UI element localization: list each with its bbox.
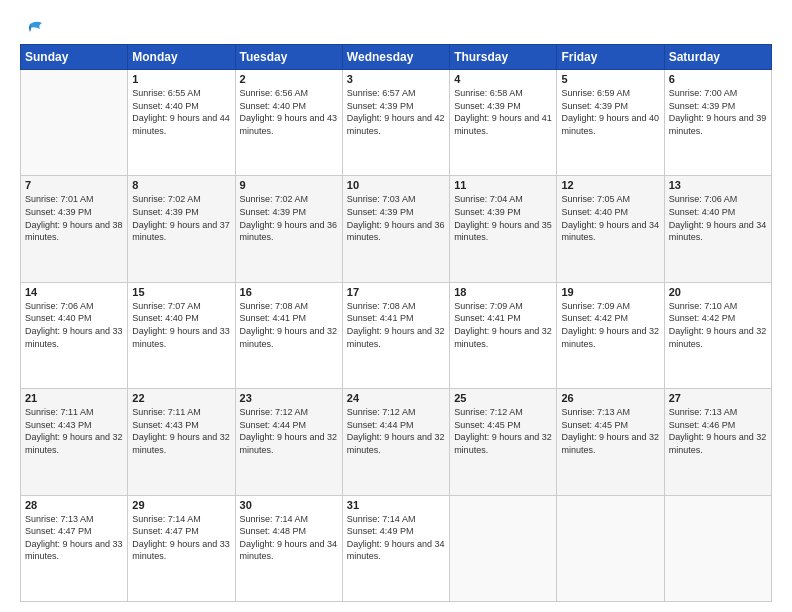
day-number: 8 [132, 179, 230, 191]
calendar-week-row: 1 Sunrise: 6:55 AMSunset: 4:40 PMDayligh… [21, 70, 772, 176]
table-row [557, 495, 664, 601]
day-number: 7 [25, 179, 123, 191]
day-number: 15 [132, 286, 230, 298]
day-number: 16 [240, 286, 338, 298]
table-row: 2 Sunrise: 6:56 AMSunset: 4:40 PMDayligh… [235, 70, 342, 176]
day-number: 22 [132, 392, 230, 404]
day-info: Sunrise: 6:56 AMSunset: 4:40 PMDaylight:… [240, 87, 338, 137]
day-info: Sunrise: 7:07 AMSunset: 4:40 PMDaylight:… [132, 300, 230, 350]
day-info: Sunrise: 7:00 AMSunset: 4:39 PMDaylight:… [669, 87, 767, 137]
col-thursday: Thursday [450, 45, 557, 70]
calendar-header-row: Sunday Monday Tuesday Wednesday Thursday… [21, 45, 772, 70]
day-info: Sunrise: 7:05 AMSunset: 4:40 PMDaylight:… [561, 193, 659, 243]
calendar-week-row: 7 Sunrise: 7:01 AMSunset: 4:39 PMDayligh… [21, 176, 772, 282]
day-number: 17 [347, 286, 445, 298]
day-info: Sunrise: 7:12 AMSunset: 4:45 PMDaylight:… [454, 406, 552, 456]
col-tuesday: Tuesday [235, 45, 342, 70]
header [20, 18, 772, 36]
day-number: 23 [240, 392, 338, 404]
table-row: 25 Sunrise: 7:12 AMSunset: 4:45 PMDaylig… [450, 389, 557, 495]
day-info: Sunrise: 7:12 AMSunset: 4:44 PMDaylight:… [240, 406, 338, 456]
day-number: 10 [347, 179, 445, 191]
table-row: 8 Sunrise: 7:02 AMSunset: 4:39 PMDayligh… [128, 176, 235, 282]
day-number: 20 [669, 286, 767, 298]
day-info: Sunrise: 7:13 AMSunset: 4:45 PMDaylight:… [561, 406, 659, 456]
day-number: 29 [132, 499, 230, 511]
day-number: 1 [132, 73, 230, 85]
day-number: 6 [669, 73, 767, 85]
day-info: Sunrise: 7:10 AMSunset: 4:42 PMDaylight:… [669, 300, 767, 350]
day-info: Sunrise: 7:09 AMSunset: 4:42 PMDaylight:… [561, 300, 659, 350]
table-row: 6 Sunrise: 7:00 AMSunset: 4:39 PMDayligh… [664, 70, 771, 176]
day-info: Sunrise: 7:11 AMSunset: 4:43 PMDaylight:… [132, 406, 230, 456]
day-info: Sunrise: 7:06 AMSunset: 4:40 PMDaylight:… [25, 300, 123, 350]
day-number: 12 [561, 179, 659, 191]
table-row: 24 Sunrise: 7:12 AMSunset: 4:44 PMDaylig… [342, 389, 449, 495]
table-row: 3 Sunrise: 6:57 AMSunset: 4:39 PMDayligh… [342, 70, 449, 176]
calendar-week-row: 28 Sunrise: 7:13 AMSunset: 4:47 PMDaylig… [21, 495, 772, 601]
col-saturday: Saturday [664, 45, 771, 70]
day-number: 14 [25, 286, 123, 298]
table-row: 12 Sunrise: 7:05 AMSunset: 4:40 PMDaylig… [557, 176, 664, 282]
day-info: Sunrise: 6:59 AMSunset: 4:39 PMDaylight:… [561, 87, 659, 137]
table-row: 15 Sunrise: 7:07 AMSunset: 4:40 PMDaylig… [128, 282, 235, 388]
day-info: Sunrise: 7:09 AMSunset: 4:41 PMDaylight:… [454, 300, 552, 350]
day-number: 26 [561, 392, 659, 404]
table-row: 13 Sunrise: 7:06 AMSunset: 4:40 PMDaylig… [664, 176, 771, 282]
table-row: 7 Sunrise: 7:01 AMSunset: 4:39 PMDayligh… [21, 176, 128, 282]
table-row [450, 495, 557, 601]
table-row: 1 Sunrise: 6:55 AMSunset: 4:40 PMDayligh… [128, 70, 235, 176]
day-number: 19 [561, 286, 659, 298]
table-row: 16 Sunrise: 7:08 AMSunset: 4:41 PMDaylig… [235, 282, 342, 388]
day-info: Sunrise: 7:01 AMSunset: 4:39 PMDaylight:… [25, 193, 123, 243]
day-info: Sunrise: 7:12 AMSunset: 4:44 PMDaylight:… [347, 406, 445, 456]
day-number: 3 [347, 73, 445, 85]
calendar-week-row: 21 Sunrise: 7:11 AMSunset: 4:43 PMDaylig… [21, 389, 772, 495]
table-row: 14 Sunrise: 7:06 AMSunset: 4:40 PMDaylig… [21, 282, 128, 388]
day-number: 11 [454, 179, 552, 191]
day-number: 9 [240, 179, 338, 191]
day-number: 27 [669, 392, 767, 404]
day-number: 24 [347, 392, 445, 404]
table-row: 31 Sunrise: 7:14 AMSunset: 4:49 PMDaylig… [342, 495, 449, 601]
day-number: 5 [561, 73, 659, 85]
day-info: Sunrise: 6:58 AMSunset: 4:39 PMDaylight:… [454, 87, 552, 137]
col-friday: Friday [557, 45, 664, 70]
table-row: 23 Sunrise: 7:12 AMSunset: 4:44 PMDaylig… [235, 389, 342, 495]
day-info: Sunrise: 6:57 AMSunset: 4:39 PMDaylight:… [347, 87, 445, 137]
table-row: 4 Sunrise: 6:58 AMSunset: 4:39 PMDayligh… [450, 70, 557, 176]
day-info: Sunrise: 7:08 AMSunset: 4:41 PMDaylight:… [347, 300, 445, 350]
table-row: 10 Sunrise: 7:03 AMSunset: 4:39 PMDaylig… [342, 176, 449, 282]
table-row: 22 Sunrise: 7:11 AMSunset: 4:43 PMDaylig… [128, 389, 235, 495]
table-row: 9 Sunrise: 7:02 AMSunset: 4:39 PMDayligh… [235, 176, 342, 282]
day-info: Sunrise: 7:13 AMSunset: 4:46 PMDaylight:… [669, 406, 767, 456]
day-number: 31 [347, 499, 445, 511]
table-row: 27 Sunrise: 7:13 AMSunset: 4:46 PMDaylig… [664, 389, 771, 495]
table-row: 29 Sunrise: 7:14 AMSunset: 4:47 PMDaylig… [128, 495, 235, 601]
day-info: Sunrise: 6:55 AMSunset: 4:40 PMDaylight:… [132, 87, 230, 137]
table-row: 20 Sunrise: 7:10 AMSunset: 4:42 PMDaylig… [664, 282, 771, 388]
day-number: 30 [240, 499, 338, 511]
table-row: 28 Sunrise: 7:13 AMSunset: 4:47 PMDaylig… [21, 495, 128, 601]
day-info: Sunrise: 7:14 AMSunset: 4:48 PMDaylight:… [240, 513, 338, 563]
table-row: 26 Sunrise: 7:13 AMSunset: 4:45 PMDaylig… [557, 389, 664, 495]
table-row: 11 Sunrise: 7:04 AMSunset: 4:39 PMDaylig… [450, 176, 557, 282]
day-number: 25 [454, 392, 552, 404]
day-info: Sunrise: 7:14 AMSunset: 4:47 PMDaylight:… [132, 513, 230, 563]
col-wednesday: Wednesday [342, 45, 449, 70]
table-row: 30 Sunrise: 7:14 AMSunset: 4:48 PMDaylig… [235, 495, 342, 601]
day-info: Sunrise: 7:02 AMSunset: 4:39 PMDaylight:… [240, 193, 338, 243]
day-info: Sunrise: 7:04 AMSunset: 4:39 PMDaylight:… [454, 193, 552, 243]
table-row: 21 Sunrise: 7:11 AMSunset: 4:43 PMDaylig… [21, 389, 128, 495]
page: Sunday Monday Tuesday Wednesday Thursday… [0, 0, 792, 612]
logo [20, 18, 44, 36]
table-row: 5 Sunrise: 6:59 AMSunset: 4:39 PMDayligh… [557, 70, 664, 176]
table-row: 19 Sunrise: 7:09 AMSunset: 4:42 PMDaylig… [557, 282, 664, 388]
day-info: Sunrise: 7:13 AMSunset: 4:47 PMDaylight:… [25, 513, 123, 563]
table-row: 17 Sunrise: 7:08 AMSunset: 4:41 PMDaylig… [342, 282, 449, 388]
col-sunday: Sunday [21, 45, 128, 70]
table-row: 18 Sunrise: 7:09 AMSunset: 4:41 PMDaylig… [450, 282, 557, 388]
col-monday: Monday [128, 45, 235, 70]
day-info: Sunrise: 7:11 AMSunset: 4:43 PMDaylight:… [25, 406, 123, 456]
calendar-week-row: 14 Sunrise: 7:06 AMSunset: 4:40 PMDaylig… [21, 282, 772, 388]
